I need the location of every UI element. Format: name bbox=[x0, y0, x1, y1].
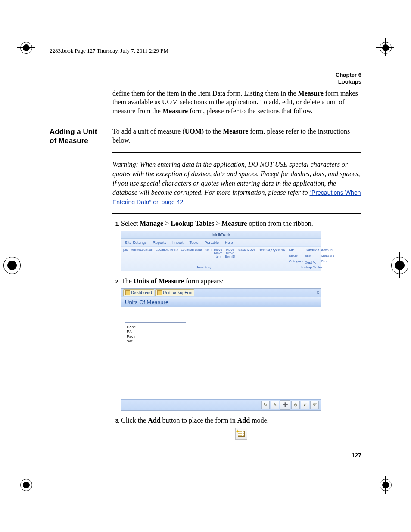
tab-icon bbox=[157, 290, 162, 295]
lookup-group: Mfr Condition Account Model Site Measure… bbox=[287, 247, 336, 271]
chapter-label: Chapter 6 bbox=[50, 72, 361, 78]
lookup-mfr[interactable]: Mfr bbox=[289, 248, 303, 253]
bold-measure: Measure bbox=[221, 220, 247, 227]
inv-location-item[interactable]: Location/Item# bbox=[156, 248, 178, 252]
section-heading: Adding a Unit of Measure bbox=[50, 127, 112, 146]
inv-pts[interactable]: pts bbox=[123, 248, 128, 252]
text: form, please refer to the sections that … bbox=[188, 107, 313, 115]
toolbar-button[interactable]: Ѱ bbox=[310, 401, 319, 409]
app-titlebar: IntelliTrack – bbox=[121, 231, 321, 239]
bold-add: Add bbox=[148, 417, 160, 424]
document-page: 2283.book Page 127 Thursday, July 7, 201… bbox=[0, 0, 411, 532]
tab-unitlookupfrm[interactable]: UnitLookupFrm bbox=[155, 289, 194, 296]
chapter-title: Lookups bbox=[50, 78, 361, 85]
inv-move-move-item[interactable]: Move Move Item bbox=[214, 248, 223, 258]
divider bbox=[112, 152, 361, 153]
uom-input[interactable] bbox=[125, 316, 186, 323]
toolbar-button[interactable]: ↻ bbox=[261, 401, 270, 409]
app-title: IntelliTrack bbox=[212, 233, 230, 237]
section-lede: To add a unit of measure (UOM) to the Me… bbox=[112, 127, 361, 145]
text: To add a unit of measure ( bbox=[112, 128, 185, 135]
bold-lookup-tables: Lookup Tables bbox=[171, 220, 214, 227]
text: define them for the item in the Item Dat… bbox=[112, 90, 298, 97]
inv-item[interactable]: Item bbox=[205, 248, 212, 252]
text: . bbox=[183, 198, 185, 205]
text: form appears: bbox=[184, 277, 224, 285]
tab-help[interactable]: Help bbox=[225, 240, 233, 245]
step-1: Select Manage > Lookup Tables > Measure … bbox=[121, 219, 361, 271]
text: option from the ribbon. bbox=[247, 220, 313, 227]
text: button to place the form in bbox=[161, 417, 237, 424]
intro-paragraph: define them for the item in the Item Dat… bbox=[112, 89, 361, 116]
inventory-group-label: Inventory bbox=[121, 265, 287, 271]
tab-label: Dashboard bbox=[131, 290, 152, 296]
sparkle-icon: ✦ bbox=[236, 429, 239, 435]
bold-manage: Manage bbox=[140, 220, 163, 227]
add-button-icon: ✦ bbox=[235, 428, 247, 440]
lookup-measure[interactable]: Measure bbox=[321, 254, 334, 258]
divider bbox=[112, 213, 361, 214]
list-item[interactable]: Case bbox=[127, 325, 184, 330]
tab-site-settings[interactable]: Site Settings bbox=[125, 240, 147, 245]
inv-move-move-itemid[interactable]: Move Move ItemID bbox=[225, 248, 235, 258]
text: mode. bbox=[250, 417, 269, 424]
inv-item-location[interactable]: Item#/Location bbox=[131, 248, 153, 252]
lookup-site[interactable]: Site bbox=[305, 254, 319, 258]
tab-portable[interactable]: Portable bbox=[205, 240, 219, 245]
bold-uom-form: Units of Measure bbox=[134, 277, 184, 285]
list-item[interactable]: Pack bbox=[127, 334, 184, 339]
warning-label: Warning: bbox=[112, 161, 140, 168]
bold-measure: Measure bbox=[223, 128, 248, 135]
grid-icon: ✦ bbox=[238, 431, 245, 437]
inv-queries[interactable]: Inventory Queries bbox=[258, 248, 285, 252]
ribbon-screenshot: IntelliTrack – Site Settings Reports Imp… bbox=[121, 231, 321, 271]
tab-import[interactable]: Import bbox=[172, 240, 184, 245]
form-toolbar: ↻ ✎ ➕ ⊖ ✔ Ѱ bbox=[121, 399, 321, 410]
form-body: Case EA Pack Set bbox=[121, 307, 321, 399]
chapter-header: Chapter 6 Lookups bbox=[50, 72, 361, 86]
lookup-dept[interactable]: Dept ↖ bbox=[305, 259, 319, 265]
form-title: Units Of Measure bbox=[121, 297, 321, 308]
lookup-group-label: Lookup Tables bbox=[287, 265, 336, 271]
page-number: 127 bbox=[112, 452, 361, 459]
bold-measure: Measure bbox=[298, 90, 324, 97]
toolbar-button[interactable]: ⊖ bbox=[291, 401, 300, 409]
text: Click the bbox=[121, 417, 148, 424]
minimize-icon[interactable]: – bbox=[317, 232, 319, 237]
inventory-group: pts Item#/Location Location/Item# Locati… bbox=[121, 247, 287, 271]
text: ) to the bbox=[202, 128, 223, 135]
tab-reports[interactable]: Reports bbox=[153, 240, 167, 245]
lookup-condition[interactable]: Condition bbox=[305, 248, 319, 253]
tab-dashboard[interactable]: Dashboard bbox=[123, 289, 154, 296]
inv-location-data[interactable]: Location Data bbox=[181, 248, 202, 252]
list-item[interactable]: EA bbox=[127, 330, 184, 334]
tab-label: UnitLookupFrm bbox=[163, 290, 192, 296]
toolbar-button[interactable]: ✎ bbox=[271, 401, 279, 409]
text: > bbox=[214, 220, 221, 227]
cursor-icon: ↖ bbox=[313, 260, 316, 264]
lookup-account[interactable]: Account bbox=[321, 248, 334, 253]
add-button[interactable]: ➕ bbox=[280, 400, 290, 410]
step-3: Click the Add button to place the form i… bbox=[121, 416, 361, 440]
lookup-model[interactable]: Model bbox=[289, 254, 303, 258]
uom-form-screenshot: Dashboard UnitLookupFrm x Units Of Measu… bbox=[121, 288, 321, 411]
ribbon-toolbar: pts Item#/Location Location/Item# Locati… bbox=[121, 247, 321, 271]
tab-tools[interactable]: Tools bbox=[190, 240, 199, 245]
list-item[interactable]: Set bbox=[127, 339, 184, 344]
text: Select bbox=[121, 220, 140, 227]
inv-mass-move[interactable]: Mass Move bbox=[238, 248, 255, 252]
lookup-cus[interactable]: Cus bbox=[321, 259, 334, 265]
tab-icon bbox=[125, 290, 130, 295]
form-tabstrip: Dashboard UnitLookupFrm x bbox=[121, 289, 321, 297]
text: The bbox=[121, 277, 134, 285]
page-header: 2283.book Page 127 Thursday, July 7, 201… bbox=[50, 47, 361, 54]
ribbon-tabbar: Site Settings Reports Import Tools Porta… bbox=[121, 239, 321, 247]
close-icon[interactable]: x bbox=[317, 289, 319, 296]
lookup-category[interactable]: Category bbox=[289, 259, 303, 265]
uom-listbox[interactable]: Case EA Pack Set bbox=[125, 324, 185, 388]
bold-measure: Measure bbox=[162, 107, 188, 115]
step-2: The Units of Measure form appears: Dashb… bbox=[121, 277, 361, 411]
toolbar-button[interactable]: ✔ bbox=[301, 401, 309, 409]
section-heading-line1: Adding a Unit bbox=[50, 127, 106, 136]
text: > bbox=[163, 220, 171, 227]
